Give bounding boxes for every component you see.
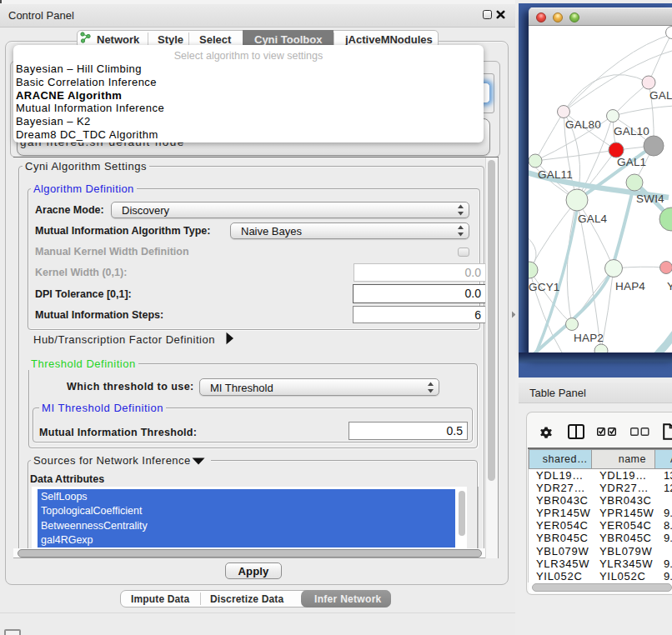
svg-text:GAL4: GAL4 <box>578 212 608 225</box>
svg-text:SWI4: SWI4 <box>636 192 664 205</box>
svg-text:HAP4: HAP4 <box>615 280 645 292</box>
svg-text:Y: Y <box>667 280 672 292</box>
svg-text:GCY1: GCY1 <box>529 281 560 293</box>
svg-text:GAL11: GAL11 <box>538 168 573 181</box>
svg-text:GAL1: GAL1 <box>617 156 646 168</box>
svg-text:GAL: GAL <box>649 89 672 102</box>
svg-text:GAL80: GAL80 <box>565 118 601 131</box>
svg-text:HAP2: HAP2 <box>574 332 604 344</box>
svg-text:GAL10: GAL10 <box>614 125 649 138</box>
